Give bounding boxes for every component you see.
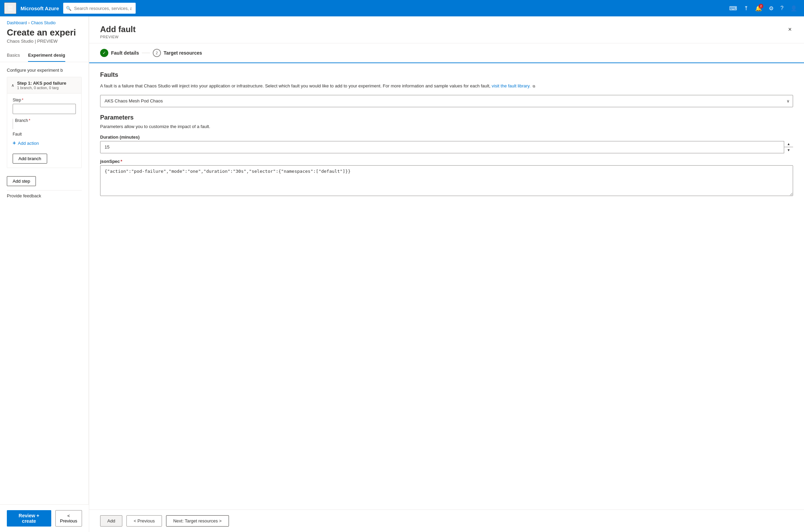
- configure-label: Configure your experiment b: [7, 68, 82, 73]
- search-wrap: 🔍: [63, 3, 227, 14]
- panel-content: Faults A fault is a failure that Chaos S…: [89, 63, 804, 509]
- gear-icon: ⚙: [769, 5, 774, 11]
- provide-feedback-label: Provide feedback: [7, 190, 82, 201]
- branch-required-star: *: [29, 118, 30, 123]
- top-nav: ☰ Microsoft Azure 🔍 ⌨ ⤒ 🔔 2 ⚙ ? 👤: [0, 0, 804, 16]
- breadcrumb-dashboard[interactable]: Dashboard: [7, 20, 27, 25]
- jsonspec-label: jsonSpec *: [100, 159, 793, 164]
- bottom-bar: Review + create < Previous: [0, 504, 89, 532]
- branch-label: Branch *: [15, 118, 76, 123]
- step-indicator-fault-details[interactable]: ✓ Fault details: [100, 49, 139, 57]
- add-button[interactable]: Add: [100, 515, 122, 527]
- help-icon: ?: [780, 5, 783, 11]
- step-header: ∧ Step 1: AKS pod failure 1 branch, 0 ac…: [7, 77, 81, 94]
- step-title: Step 1: AKS pod failure: [17, 81, 66, 86]
- step-indicator-target-resources[interactable]: 2 Target resources: [153, 49, 202, 57]
- app-brand: Microsoft Azure: [21, 5, 59, 11]
- step-title-block: Step 1: AKS pod failure 1 branch, 0 acti…: [17, 81, 66, 90]
- fault-dropdown-wrap: AKS Chaos Mesh Pod Chaos AKS CPU Pressur…: [100, 95, 793, 107]
- step-chevron-icon[interactable]: ∧: [11, 83, 14, 88]
- duration-spinners: ▲ ▼: [784, 141, 793, 153]
- add-step-button[interactable]: Add step: [7, 176, 36, 186]
- previous-button-left[interactable]: < Previous: [55, 510, 82, 527]
- step-meta: 1 branch, 0 action, 0 targ: [17, 86, 66, 90]
- search-input[interactable]: [63, 3, 136, 14]
- jsonspec-field: jsonSpec *: [100, 159, 793, 198]
- panel-title: Add fault: [100, 25, 136, 34]
- step-input[interactable]: [13, 104, 76, 114]
- notification-badge: 2: [759, 4, 763, 9]
- hamburger-menu[interactable]: ☰: [4, 2, 16, 14]
- panel-preview-label: PREVIEW: [100, 35, 136, 39]
- step-indicator-sep: [142, 53, 150, 53]
- parameters-section: Parameters Parameters allow you to custo…: [100, 114, 793, 198]
- branch-field-row: Branch *: [15, 118, 76, 123]
- next-button[interactable]: Next: Target resources >: [166, 515, 229, 527]
- fault-library-link[interactable]: visit the fault library.: [492, 83, 531, 88]
- fault-dropdown[interactable]: AKS Chaos Mesh Pod Chaos AKS CPU Pressur…: [100, 95, 793, 107]
- step-indicator-target-label: Target resources: [164, 50, 202, 56]
- step-body: Step * Branch *: [7, 94, 81, 168]
- panel-header: Add fault PREVIEW ×: [89, 16, 804, 43]
- upload-button[interactable]: ⤒: [741, 2, 751, 14]
- page-title: Create an experi: [0, 25, 88, 39]
- tab-experiment-design[interactable]: Experiment desig: [28, 49, 65, 62]
- step-circle-2: 2: [153, 49, 161, 57]
- faults-section-title: Faults: [100, 71, 793, 79]
- right-panel: Add fault PREVIEW × ✓ Fault details 2 Ta…: [89, 16, 804, 532]
- faults-section-desc: A fault is a failure that Chaos Studio w…: [100, 83, 793, 89]
- step-indicator-fault-details-label: Fault details: [111, 50, 139, 56]
- account-icon: 👤: [790, 5, 797, 11]
- help-button[interactable]: ?: [778, 2, 786, 14]
- notifications-button[interactable]: 🔔 2: [752, 2, 765, 14]
- tabs: Basics Experiment desig: [0, 49, 88, 62]
- panel-title-block: Add fault PREVIEW: [100, 25, 136, 39]
- left-content: Configure your experiment b ∧ Step 1: AK…: [0, 62, 88, 532]
- main-layout: Dashboard › Chaos Studio Create an exper…: [0, 16, 804, 532]
- external-link-icon: ⧉: [533, 84, 535, 88]
- parameters-desc: Parameters allow you to customize the im…: [100, 124, 793, 129]
- jsonspec-textarea[interactable]: [100, 165, 793, 196]
- review-create-button[interactable]: Review + create: [7, 510, 51, 527]
- close-panel-button[interactable]: ×: [787, 25, 793, 34]
- tab-basics[interactable]: Basics: [7, 49, 20, 62]
- duration-increment-button[interactable]: ▲: [784, 141, 793, 148]
- add-action-button[interactable]: + Add action: [13, 138, 39, 148]
- search-icon: 🔍: [66, 6, 71, 11]
- step-field-row: Step *: [13, 98, 76, 114]
- account-button[interactable]: 👤: [788, 2, 800, 14]
- previous-button[interactable]: < Previous: [126, 515, 162, 527]
- fault-label: Fault: [13, 132, 76, 137]
- page-subtitle: Chaos Studio | PREVIEW: [0, 39, 88, 49]
- duration-input-wrap: ▲ ▼: [100, 141, 793, 153]
- cloud-shell-icon: ⌨: [729, 5, 737, 11]
- faults-desc-text: A fault is a failure that Chaos Studio w…: [100, 83, 490, 88]
- upload-icon: ⤒: [744, 5, 748, 11]
- add-branch-button[interactable]: Add branch: [13, 154, 47, 164]
- duration-input[interactable]: [100, 141, 793, 153]
- duration-field: Duration (minutes) ▲ ▼: [100, 135, 793, 153]
- breadcrumb-chaos-studio[interactable]: Chaos Studio: [31, 20, 56, 25]
- step-required-star: *: [22, 98, 24, 102]
- step-circle-1: ✓: [100, 49, 108, 57]
- duration-label: Duration (minutes): [100, 135, 793, 140]
- panel-bottom: Add < Previous Next: Target resources >: [89, 509, 804, 532]
- plus-icon: +: [13, 140, 16, 146]
- left-panel: Dashboard › Chaos Studio Create an exper…: [0, 16, 89, 532]
- duration-decrement-button[interactable]: ▼: [784, 147, 793, 153]
- breadcrumb: Dashboard › Chaos Studio: [0, 16, 88, 25]
- step-card: ∧ Step 1: AKS pod failure 1 branch, 0 ac…: [7, 77, 82, 168]
- settings-button[interactable]: ⚙: [766, 2, 776, 14]
- nav-icons: ⌨ ⤒ 🔔 2 ⚙ ? 👤: [726, 2, 800, 14]
- cloud-shell-button[interactable]: ⌨: [726, 2, 740, 14]
- breadcrumb-sep: ›: [28, 20, 30, 25]
- parameters-title: Parameters: [100, 114, 793, 121]
- jsonspec-required-star: *: [121, 159, 122, 164]
- step-field-label: Step *: [13, 98, 76, 102]
- step-indicators: ✓ Fault details 2 Target resources: [89, 43, 804, 63]
